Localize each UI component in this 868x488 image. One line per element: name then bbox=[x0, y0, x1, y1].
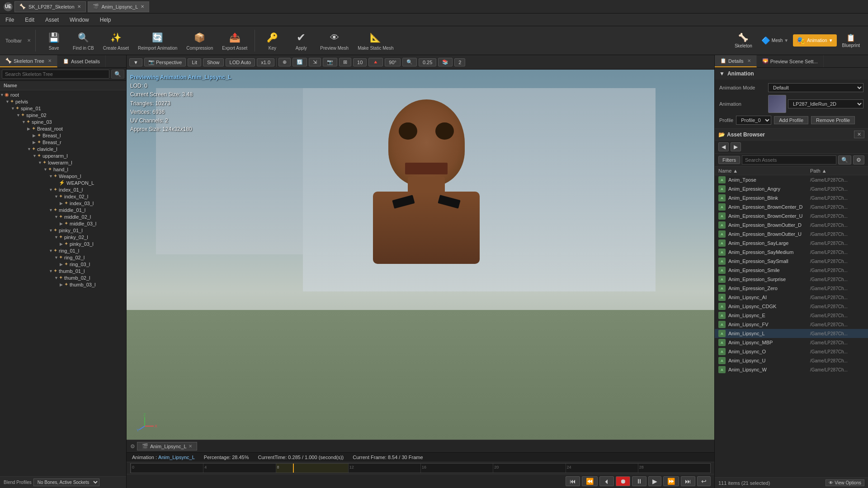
ctrl-record[interactable]: ⏺ bbox=[616, 476, 630, 486]
ab-item-anim-lipsync-u[interactable]: AAnim_Lipsync_U/Game/LP287Ch... bbox=[715, 356, 868, 365]
ab-item-anim-lipsync-l[interactable]: AAnim_Lipsync_L/Game/LP287Ch... bbox=[715, 329, 868, 338]
rotate-btn[interactable]: 🔃 bbox=[292, 58, 307, 66]
details-tab-close[interactable]: ✕ bbox=[747, 58, 751, 63]
grid-btn[interactable]: ⊞ bbox=[339, 58, 351, 66]
ctrl-step-fwd[interactable]: ⏩ bbox=[663, 476, 679, 486]
tree-item-ring_01_l[interactable]: ▼✦ring_01_l bbox=[0, 247, 126, 254]
ctrl-step-back[interactable]: ⏴ bbox=[599, 476, 614, 486]
ctrl-goto-start[interactable]: ⏮ bbox=[566, 476, 580, 486]
angle-val-btn[interactable]: 90° bbox=[385, 58, 401, 66]
bottom-bar-dropdown[interactable]: No Bones, Active Sockets bbox=[33, 479, 99, 486]
tree-item-thumb_02_l[interactable]: ▼✦thumb_02_l bbox=[0, 274, 126, 281]
ab-item-anim-epression-brownoutter-u[interactable]: AAnim_Epression_BrownOutter_U/Game/LP287… bbox=[715, 230, 868, 239]
ab-item-anim-lipsync-w[interactable]: AAnim_Lipsync_W/Game/LP287Ch... bbox=[715, 365, 868, 374]
ab-item-anim-tpose[interactable]: AAnim_Tpose/Game/LP287Ch... bbox=[715, 175, 868, 184]
menu-file[interactable]: File bbox=[4, 16, 16, 24]
tree-item-ring_02_l[interactable]: ▼✦ring_02_l bbox=[0, 254, 126, 261]
viewport-dropdown-btn[interactable]: ▼ bbox=[129, 58, 142, 66]
tab-skeleton[interactable]: 🦴 SK_LP287_Skeleton ✕ bbox=[14, 1, 86, 12]
tree-item-index_02_l[interactable]: ▼✦index_02_l bbox=[0, 193, 126, 200]
skeleton-search-input[interactable] bbox=[2, 70, 109, 79]
menu-edit[interactable]: Edit bbox=[23, 16, 36, 24]
animation-mode-dropdown[interactable]: Default bbox=[768, 83, 863, 92]
menu-window[interactable]: Window bbox=[68, 16, 91, 24]
ab-search-button[interactable]: 🔍 bbox=[838, 155, 851, 164]
tree-item-pinky_03_l[interactable]: ▶✦pinky_03_l bbox=[0, 240, 126, 247]
tree-item-breast_root[interactable]: ▶✦Breast_root bbox=[0, 125, 126, 132]
tree-item-breast_l[interactable]: ▶✦Breast_l bbox=[0, 132, 126, 139]
ab-filters-button[interactable]: Filters bbox=[718, 156, 740, 164]
tree-item-spine_01[interactable]: ▼✦spine_01 bbox=[0, 105, 126, 112]
ab-col-path-header[interactable]: Path ▲ bbox=[810, 168, 864, 174]
ab-col-name-header[interactable]: Name ▲ bbox=[718, 168, 810, 174]
tree-item-middle_01_l[interactable]: ▼✦middle_01_l bbox=[0, 206, 126, 213]
tab-skeleton-close[interactable]: ✕ bbox=[77, 4, 81, 9]
save-button[interactable]: 💾 Save bbox=[40, 28, 67, 52]
skeleton-search-button[interactable]: 🔍 bbox=[111, 70, 124, 79]
anim-tab-close[interactable]: ✕ bbox=[189, 444, 192, 449]
profile-dropdown[interactable]: Profile_0 bbox=[736, 116, 771, 125]
ctrl-pause[interactable]: ⏸ bbox=[632, 476, 646, 486]
tree-item-weapon_l[interactable]: ▼✦Weapon_l bbox=[0, 173, 126, 179]
tab-asset-details[interactable]: 📋 Asset Details bbox=[57, 55, 106, 67]
anim-tab[interactable]: 🎬 Anim_Lipsync_L ✕ bbox=[137, 442, 197, 450]
tree-item-breast_r[interactable]: ▶✦Breast_r bbox=[0, 139, 126, 145]
ab-item-anim-epression-saysmall[interactable]: AAnim_Epression_SaySmall/Game/LP287Ch... bbox=[715, 257, 868, 266]
3d-viewport[interactable]: Previewing Animation Anim_Lipsync_L LOD:… bbox=[127, 70, 714, 440]
apply-button[interactable]: ✔ Apply bbox=[288, 28, 315, 52]
ab-item-anim-epression-zero[interactable]: AAnim_Epression_Zero/Game/LP287Ch... bbox=[715, 284, 868, 293]
tab-anim[interactable]: 🎬 Anim_Lipsync_L ✕ bbox=[88, 1, 150, 12]
tab-skeleton-tree[interactable]: 🦴 Skeleton Tree ✕ bbox=[0, 55, 57, 67]
ab-item-anim-epression-blink[interactable]: AAnim_Epression_Blink/Game/LP287Ch... bbox=[715, 193, 868, 202]
anim-tab-settings-icon[interactable]: ⚙ bbox=[130, 443, 135, 450]
lod-btn[interactable]: LOD Auto bbox=[226, 58, 255, 66]
scale-btn[interactable]: x1.0 bbox=[257, 58, 274, 66]
tree-item-middle_03_l[interactable]: ▶✦middle_03_l bbox=[0, 220, 126, 227]
ab-item-anim-epression-browncenter-u[interactable]: AAnim_Epression_BrownCenter_U/Game/LP287… bbox=[715, 211, 868, 221]
tree-item-hand_l[interactable]: ▼✦hand_l bbox=[0, 166, 126, 173]
mode-animation[interactable]: 🎭 Animation ▼ bbox=[793, 34, 836, 47]
mode-blueprint[interactable]: 📋 Blueprint bbox=[838, 32, 864, 50]
ab-back-btn[interactable]: ◀ bbox=[718, 142, 729, 151]
ab-item-anim-epression-saylarge[interactable]: AAnim_Epression_SayLarge/Game/LP287Ch... bbox=[715, 239, 868, 248]
zoom-btn[interactable]: 🔍 bbox=[402, 58, 417, 66]
key-button[interactable]: 🔑 Key bbox=[259, 28, 286, 52]
tree-item-pinky_02_l[interactable]: ▼✦pinky_02_l bbox=[0, 234, 126, 240]
tree-item-ring_03_l[interactable]: ▶✦ring_03_l bbox=[0, 261, 126, 267]
tree-item-lowerarm_l[interactable]: ▼✦lowerarm_l bbox=[0, 159, 126, 166]
remove-profile-button[interactable]: Remove Profile bbox=[811, 116, 855, 124]
move-btn[interactable]: ⊕ bbox=[278, 58, 291, 66]
menu-help[interactable]: Help bbox=[98, 16, 113, 24]
ctrl-loop[interactable]: ↩ bbox=[697, 476, 711, 486]
ab-item-anim-lipsync-o[interactable]: AAnim_Lipsync_O/Game/LP287Ch... bbox=[715, 347, 868, 356]
ctrl-prev-frame[interactable]: ⏪ bbox=[582, 476, 598, 486]
tab-preview-scene[interactable]: 🌄 Preview Scene Sett... bbox=[757, 55, 824, 67]
show-btn[interactable]: Show bbox=[203, 58, 224, 66]
ab-item-anim-epression-saymedium[interactable]: AAnim_Epression_SayMedium/Game/LP287Ch..… bbox=[715, 248, 868, 257]
make-static-mesh-button[interactable]: 📐 Make Static Mesh bbox=[354, 28, 397, 52]
tree-item-upperarm_l[interactable]: ▼✦upperarm_l bbox=[0, 152, 126, 159]
add-profile-button[interactable]: Add Profile bbox=[774, 116, 808, 124]
timeline-track[interactable]: 0 4 8 12 16 20 24 28 bbox=[130, 463, 711, 473]
tree-item-weapon_l2[interactable]: ⚡WEAPON_L bbox=[0, 179, 126, 186]
reimport-animation-button[interactable]: 🔄 Reimport Animation bbox=[134, 28, 181, 52]
animation-section-collapse[interactable]: ▼ bbox=[719, 70, 725, 77]
perspective-btn[interactable]: 📷 Perspective bbox=[144, 58, 186, 66]
tree-item-pelvis[interactable]: ▼✦pelvis bbox=[0, 98, 126, 105]
compression-button[interactable]: 📦 Compression bbox=[183, 28, 217, 52]
tree-item-index_03_l[interactable]: ▶✦index_03_l bbox=[0, 200, 126, 206]
tab-details[interactable]: 📋 Details ✕ bbox=[715, 55, 757, 67]
tree-item-root[interactable]: ▼◉root bbox=[0, 91, 126, 98]
tab-anim-close[interactable]: ✕ bbox=[141, 4, 144, 9]
export-asset-button[interactable]: 📤 Export Asset bbox=[218, 28, 251, 52]
ab-item-anim-lipsync-e[interactable]: AAnim_Lipsync_E/Game/LP287Ch... bbox=[715, 311, 868, 320]
ab-item-anim-epression-surprise[interactable]: AAnim_Epression_Surprise/Game/LP287Ch... bbox=[715, 275, 868, 284]
animation-value-dropdown[interactable]: LP287_IdleRun_2D bbox=[788, 99, 863, 108]
camera-btn[interactable]: 📷 bbox=[323, 58, 337, 66]
ab-item-anim-epression-browncenter-d[interactable]: AAnim_Epression_BrownCenter_D/Game/LP287… bbox=[715, 202, 868, 211]
ab-item-anim-lipsync-fv[interactable]: AAnim_Lipsync_FV/Game/LP287Ch... bbox=[715, 320, 868, 329]
layers-val-btn[interactable]: 2 bbox=[454, 58, 465, 66]
tree-item-clavicle_l[interactable]: ▼✦clavicle_l bbox=[0, 145, 126, 152]
tree-item-pinky_01_l[interactable]: ▼✦pinky_01_l bbox=[0, 227, 126, 234]
ab-item-anim-lipsync-cdgk[interactable]: AAnim_Lipsync_CDGK/Game/LP287Ch... bbox=[715, 302, 868, 311]
